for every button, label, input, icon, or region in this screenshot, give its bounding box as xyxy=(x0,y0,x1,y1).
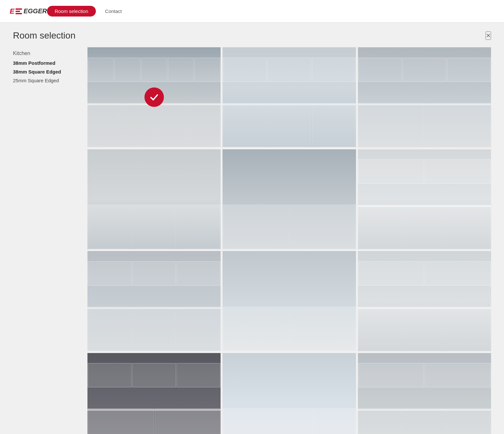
grid-item-k8[interactable] xyxy=(223,251,356,351)
kitchen-scene-12 xyxy=(358,353,491,434)
page-container: Room selection × Kitchen 38mm Postformed… xyxy=(0,23,504,434)
kitchen-scene-6 xyxy=(358,149,491,249)
lower-cab xyxy=(358,408,402,434)
cab xyxy=(141,58,167,82)
lower-cab xyxy=(223,307,289,351)
lower-cab xyxy=(403,408,446,434)
grid-item-k2[interactable] xyxy=(223,47,356,147)
lower-cab xyxy=(155,408,221,434)
grid-item-k5[interactable] xyxy=(223,149,356,249)
logo-bar-2 xyxy=(16,11,20,12)
lower-cab xyxy=(88,103,120,147)
grid-item-k9[interactable] xyxy=(358,251,491,351)
kitchen-scene-2 xyxy=(223,47,356,147)
logo-bar-3 xyxy=(16,13,22,14)
header: E EGGER Room selection Contact xyxy=(0,0,504,23)
upper-cabinets-7 xyxy=(87,261,221,286)
cab xyxy=(88,363,132,387)
upper-cabinets-2 xyxy=(223,57,356,82)
lower-cab xyxy=(223,103,267,147)
cab xyxy=(223,58,267,82)
close-button[interactable]: × xyxy=(486,31,491,40)
upper-cabinets-3 xyxy=(358,57,491,82)
kitchen-scene-4 xyxy=(87,149,221,249)
main-layout: Kitchen 38mm Postformed 38mm Square Edge… xyxy=(0,47,504,434)
cab xyxy=(132,363,176,387)
selected-checkmark xyxy=(144,87,164,107)
kitchen-scene-11 xyxy=(223,353,356,434)
cab xyxy=(425,159,491,184)
lower-cab xyxy=(358,205,402,249)
grid-item-k3[interactable] xyxy=(358,47,491,147)
lower-cabinets-4 xyxy=(87,194,221,249)
lower-cab xyxy=(312,103,356,147)
cab xyxy=(312,58,356,82)
lower-cabinets-7 xyxy=(87,296,221,351)
grid-item-k11[interactable] xyxy=(223,353,356,434)
sidebar: Kitchen 38mm Postformed 38mm Square Edge… xyxy=(13,47,78,434)
nav-tabs: Room selection Contact xyxy=(47,0,130,23)
logo-bars xyxy=(16,8,22,14)
cab xyxy=(358,363,424,387)
lower-cab xyxy=(267,408,311,434)
lower-cab xyxy=(312,408,356,434)
cab xyxy=(194,58,220,82)
grid-item-k12[interactable] xyxy=(358,353,491,434)
lower-cab xyxy=(358,307,402,351)
sidebar-item-square-edged-25[interactable]: 25mm Square Edged xyxy=(13,78,78,83)
grid-item-k10[interactable] xyxy=(87,353,221,434)
grid-item-k6[interactable] xyxy=(358,149,491,249)
cab xyxy=(425,261,491,286)
lower-cabinets-8 xyxy=(223,296,356,351)
kitchen-scene-10 xyxy=(87,353,221,434)
lower-cabinets-6 xyxy=(358,194,491,249)
lower-cabinets-5 xyxy=(223,194,356,249)
grid-item-k4[interactable] xyxy=(87,149,221,249)
cab xyxy=(447,58,491,82)
sidebar-item-postformed-38[interactable]: 38mm Postformed xyxy=(13,60,78,66)
cab xyxy=(358,58,402,82)
logo-bar-1 xyxy=(16,8,22,10)
lower-cab xyxy=(447,205,491,249)
lower-cab xyxy=(88,307,132,351)
upper-cabinets-9 xyxy=(358,261,491,286)
lower-cab xyxy=(223,408,267,434)
lower-cab xyxy=(88,205,132,249)
lower-cab xyxy=(132,307,176,351)
lower-cab xyxy=(290,205,356,249)
cab xyxy=(267,58,311,82)
upper-cabinets-10 xyxy=(87,363,221,388)
lower-cabinets-10 xyxy=(87,398,221,434)
image-grid xyxy=(87,47,491,434)
logo: E EGGER xyxy=(10,7,47,16)
page-header: Room selection × xyxy=(0,23,504,47)
cab xyxy=(132,261,176,286)
lower-cabinets-3 xyxy=(358,92,491,147)
upper-cabinets-1 xyxy=(87,57,221,82)
tab-contact[interactable]: Contact xyxy=(97,6,130,17)
lower-cab xyxy=(223,205,289,249)
lower-cabinets-9 xyxy=(358,296,491,351)
grid-item-k7[interactable] xyxy=(87,251,221,351)
lower-cab xyxy=(425,103,491,147)
tab-room-selection[interactable]: Room selection xyxy=(47,6,96,17)
upper-cabinets-6 xyxy=(358,159,491,184)
lower-cab xyxy=(155,103,187,147)
lower-cab xyxy=(177,205,220,249)
cab xyxy=(88,261,132,286)
lower-cab xyxy=(358,103,424,147)
cab xyxy=(88,58,114,82)
lower-cab xyxy=(121,103,154,147)
lower-cab xyxy=(403,205,446,249)
sidebar-item-square-edged-38[interactable]: 38mm Square Edged xyxy=(13,69,78,74)
lower-cab xyxy=(88,408,154,434)
lower-cabinets-12 xyxy=(358,398,491,434)
grid-item-k1[interactable] xyxy=(87,47,221,147)
cab xyxy=(177,363,220,387)
cab xyxy=(358,261,424,286)
lower-cabinets-11 xyxy=(223,398,356,434)
checkmark-icon xyxy=(149,92,159,102)
upper-cabinets-12 xyxy=(358,363,491,388)
lower-cab xyxy=(447,307,491,351)
sidebar-category: Kitchen xyxy=(13,51,78,56)
